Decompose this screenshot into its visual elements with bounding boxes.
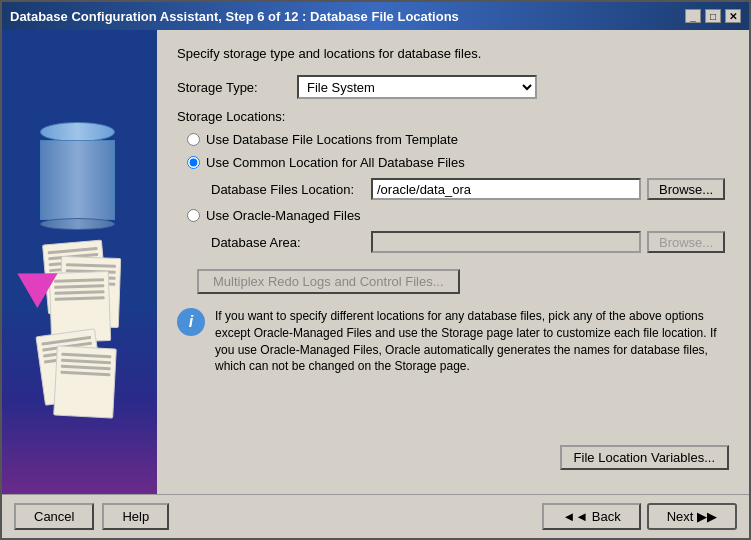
- spacer: [177, 375, 729, 445]
- database-area-input: [371, 231, 641, 253]
- radio-row-3: Use Oracle-Managed Files: [187, 208, 729, 223]
- storage-locations-label: Storage Locations:: [177, 109, 729, 124]
- cancel-button[interactable]: Cancel: [14, 503, 94, 530]
- storage-type-label: Storage Type:: [177, 80, 297, 95]
- close-button[interactable]: ✕: [725, 9, 741, 23]
- window-title: Database Configuration Assistant, Step 6…: [10, 9, 459, 24]
- database-area-row: Database Area: Browse...: [211, 231, 729, 253]
- db-files-location-label: Database Files Location:: [211, 182, 371, 197]
- radio-group: Use Database File Locations from Templat…: [187, 132, 729, 261]
- sidebar-illustration: [15, 102, 145, 422]
- info-text: If you want to specify different locatio…: [215, 308, 729, 375]
- storage-type-row: Storage Type: File System: [177, 75, 729, 99]
- multiplex-button[interactable]: Multiplex Redo Logs and Control Files...: [197, 269, 460, 294]
- storage-type-select[interactable]: File System: [297, 75, 537, 99]
- minimize-button[interactable]: _: [685, 9, 701, 23]
- description-text: Specify storage type and locations for d…: [177, 46, 729, 61]
- title-controls: _ □ ✕: [685, 9, 741, 23]
- info-icon: i: [177, 308, 205, 336]
- radio-row-1: Use Database File Locations from Templat…: [187, 132, 729, 147]
- radio-oracle-managed[interactable]: [187, 209, 200, 222]
- sidebar: [2, 30, 157, 494]
- db-files-location-row: Database Files Location: Browse...: [211, 178, 729, 200]
- file-location-row: File Location Variables...: [177, 445, 729, 470]
- db-files-location-input[interactable]: [371, 178, 641, 200]
- storage-type-dropdown-wrapper: File System: [297, 75, 537, 99]
- database-area-label: Database Area:: [211, 235, 371, 250]
- maximize-button[interactable]: □: [705, 9, 721, 23]
- bottom-left-buttons: Cancel Help: [14, 503, 169, 530]
- radio-common[interactable]: [187, 156, 200, 169]
- database-icon: [40, 122, 115, 230]
- info-box: i If you want to specify different locat…: [177, 308, 729, 375]
- main-window: Database Configuration Assistant, Step 6…: [0, 0, 751, 540]
- bottom-right-buttons: ◄◄ Back Next ▶▶: [542, 503, 737, 530]
- help-button[interactable]: Help: [102, 503, 169, 530]
- radio-common-label: Use Common Location for All Database Fil…: [206, 155, 465, 170]
- radio-row-2: Use Common Location for All Database Fil…: [187, 155, 729, 170]
- browse-button-2: Browse...: [647, 231, 725, 253]
- multiplex-button-wrapper: Multiplex Redo Logs and Control Files...: [187, 265, 729, 294]
- document-icon-5: [53, 345, 117, 418]
- radio-template[interactable]: [187, 133, 200, 146]
- title-bar: Database Configuration Assistant, Step 6…: [2, 2, 749, 30]
- bottom-bar: Cancel Help ◄◄ Back Next ▶▶: [2, 494, 749, 538]
- main-content: Specify storage type and locations for d…: [157, 30, 749, 494]
- next-button[interactable]: Next ▶▶: [647, 503, 737, 530]
- browse-button-1[interactable]: Browse...: [647, 178, 725, 200]
- file-location-variables-button[interactable]: File Location Variables...: [560, 445, 729, 470]
- window-body: Specify storage type and locations for d…: [2, 30, 749, 494]
- radio-oracle-managed-label: Use Oracle-Managed Files: [206, 208, 361, 223]
- radio-template-label: Use Database File Locations from Templat…: [206, 132, 458, 147]
- back-button[interactable]: ◄◄ Back: [542, 503, 640, 530]
